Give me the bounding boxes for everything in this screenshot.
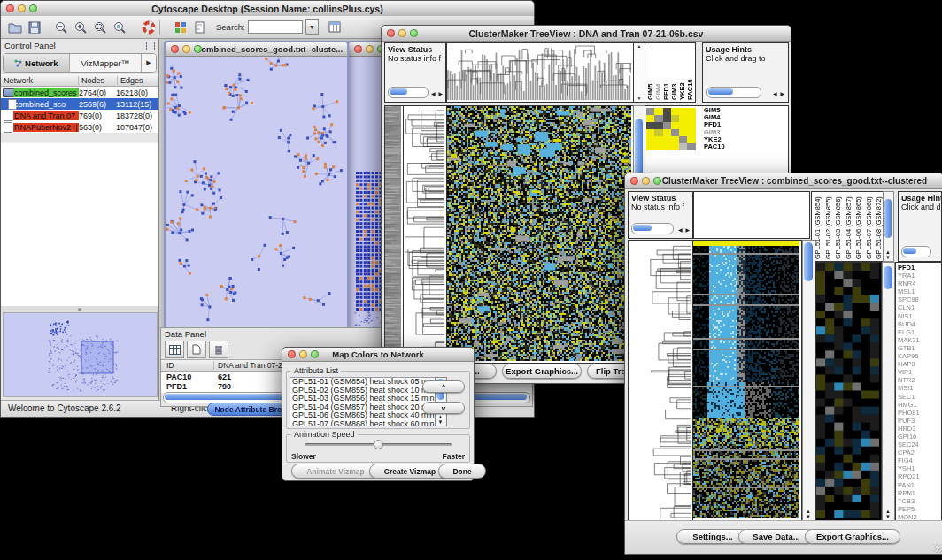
annotation-icon[interactable] (191, 19, 208, 35)
zoom-selected-icon[interactable] (111, 19, 127, 35)
tv2-gene-label: GTB1 (898, 344, 941, 352)
mini-heatmap-cell (654, 122, 662, 129)
zoom-window-icon[interactable] (653, 177, 661, 185)
attribute-item[interactable]: GPL51-06 (GSM865) heat shock 40 min (290, 411, 436, 420)
network-table-empty (1, 142, 158, 306)
close-icon[interactable] (387, 29, 395, 37)
search-dropdown-icon[interactable]: ▼ (305, 19, 319, 35)
network-row[interactable]: combined_sco2569(6)13112(15) (1, 98, 158, 110)
minimize-icon[interactable] (398, 29, 406, 37)
done-button[interactable]: Done (438, 464, 486, 479)
tv2-gene-label: PHO81 (898, 409, 941, 417)
zoom-fit-icon[interactable] (91, 19, 108, 35)
scroll-arrows-icon[interactable]: ◀ ▶ (431, 90, 444, 96)
zoom-window-icon[interactable] (311, 350, 319, 358)
close-icon[interactable] (288, 350, 296, 358)
network-row[interactable]: DNA and Tran 07769(0)183728(0) (1, 110, 158, 121)
mini-heatmap-cell (687, 143, 695, 150)
map-colors-dialog: Map Colors to Network Attribute List GPL… (282, 347, 475, 481)
minimize-icon[interactable] (642, 177, 650, 185)
tv1-hints-scrollbar[interactable] (706, 87, 761, 98)
attribute-table-icon[interactable] (165, 341, 184, 358)
tv2-vscrollbar[interactable]: ▲▼ (802, 240, 815, 521)
tv2-zoom-heatmap[interactable] (815, 262, 882, 521)
minimize-icon[interactable] (18, 4, 26, 12)
speed-slider[interactable] (305, 443, 452, 446)
zoom-window-icon[interactable] (194, 45, 202, 53)
treeview2-titlebar[interactable]: ClusterMaker TreeView : combined_scores_… (625, 173, 942, 189)
network-edges: 13112(15) (116, 100, 157, 109)
slider-thumb[interactable] (374, 440, 383, 449)
close-icon[interactable] (6, 4, 14, 12)
tv2-global-heatmap[interactable] (692, 240, 802, 521)
zoom-in-icon[interactable] (72, 19, 89, 35)
dialog-titlebar[interactable]: Map Colors to Network (282, 348, 474, 362)
zoom-out-icon[interactable] (52, 19, 69, 35)
network-row[interactable]: RNAPuberNov2+|563(0)107847(0) (1, 121, 158, 133)
tv2-array-scrollbar[interactable]: ▲▼ (883, 191, 894, 262)
tv1-mini-scroll-strip[interactable]: ▲ ▼ (633, 42, 645, 103)
treeview1-titlebar[interactable]: ClusterMaker TreeView : DNA and Tran 07-… (382, 26, 791, 42)
minimize-icon[interactable] (366, 45, 374, 53)
move-up-button[interactable]: ^ (422, 380, 465, 393)
file-icon (4, 122, 12, 133)
mini-heatmap-cell (679, 129, 687, 136)
main-titlebar[interactable]: Cytoscape Desktop (Session Name: collins… (1, 1, 534, 17)
attribute-item[interactable]: GPL51-04 (GSM857) heat shock 20 min (290, 403, 436, 412)
tab-network[interactable]: Network (4, 54, 70, 72)
attribute-item[interactable]: GPL51-03 (GSM856) heat shock 15 min (290, 395, 436, 403)
tv2-row-dendrogram[interactable] (628, 240, 693, 521)
panel-splitter[interactable] (1, 306, 158, 312)
tv1-status-scrollbar[interactable] (388, 87, 429, 98)
tv1-main-heatmap[interactable] (446, 105, 634, 364)
network-overview[interactable] (3, 312, 158, 397)
network-nodes: 769(0) (79, 111, 116, 120)
tab-overflow-icon[interactable]: ▶ (141, 54, 156, 72)
tv2-hints-scrollbar[interactable] (901, 246, 931, 257)
vizmapper-icon[interactable] (172, 19, 189, 35)
help-icon[interactable] (140, 19, 157, 35)
tv1-global-tree-strip[interactable] (384, 105, 404, 364)
tv2-status-scrollbar[interactable] (631, 223, 674, 234)
open-icon[interactable] (6, 19, 23, 35)
network-row[interactable]: combined_scores2764(0)16218(0) (1, 87, 158, 98)
scroll-arrows-icon[interactable]: ◀ ▶ (773, 90, 785, 96)
move-down-button[interactable]: v (422, 402, 465, 414)
attribute-item[interactable]: GPL51-07 (GSM868) heat shock 60 min (290, 420, 436, 426)
close-icon[interactable] (171, 45, 179, 53)
search-input[interactable] (248, 20, 303, 34)
tv1-row-dendrogram[interactable] (403, 105, 447, 364)
save-icon[interactable] (26, 19, 42, 35)
tv2-gene-scrollbar[interactable]: ▲▼ (882, 262, 895, 521)
zoom-window-icon[interactable] (29, 4, 37, 12)
tv1-column-dendrogram[interactable] (446, 42, 634, 103)
tab-vizmapper[interactable]: VizMapper™ (70, 54, 141, 72)
tv2-gene-label: SPC98 (898, 295, 941, 303)
attribute-item[interactable]: GPL51-01 (GSM854) heat shock 05 min (290, 378, 436, 387)
scroll-arrows-icon[interactable]: ◀ ▶ (678, 226, 691, 233)
new-attribute-icon[interactable] (187, 341, 206, 358)
mini-heatmap-cell (679, 143, 687, 150)
tv1-mini-heatmap[interactable] (646, 108, 696, 150)
minimize-icon[interactable] (182, 45, 190, 53)
animate-vizmap-button[interactable]: Animate Vizmap (291, 464, 380, 479)
tv2-gene-label: YRA1 (898, 272, 941, 280)
tv1-export-graphics-button[interactable]: Export Graphics... (502, 364, 582, 379)
tv2-save-data-button[interactable]: Save Data... (738, 529, 815, 544)
close-icon[interactable] (354, 45, 362, 53)
minimize-icon[interactable] (299, 350, 307, 358)
zoom-window-icon[interactable] (410, 29, 418, 37)
attribute-item[interactable]: GPL51-02 (GSM855) heat shock 10 min (290, 387, 436, 395)
close-icon[interactable] (630, 177, 638, 185)
attribute-browser-icon[interactable] (327, 19, 344, 35)
tv2-button-bar: Settings... Save Data... Export Graphics… (625, 520, 942, 554)
resize-grip[interactable] (933, 544, 942, 553)
attribute-listbox[interactable]: GPL51-01 (GSM854) heat shock 05 minGPL51… (290, 377, 436, 426)
tv2-gene-label: PAN1 (898, 481, 941, 489)
tv2-export-graphics-button[interactable]: Export Graphics... (805, 529, 900, 544)
network-table: combined_scores2764(0)16218(0)combined_s… (1, 87, 158, 133)
network-canvas[interactable] (166, 57, 344, 325)
float-panel-icon[interactable] (146, 42, 155, 50)
desktop: Cytoscape Desktop (Session Name: collins… (0, 0, 942, 560)
delete-attribute-icon[interactable] (209, 341, 228, 358)
